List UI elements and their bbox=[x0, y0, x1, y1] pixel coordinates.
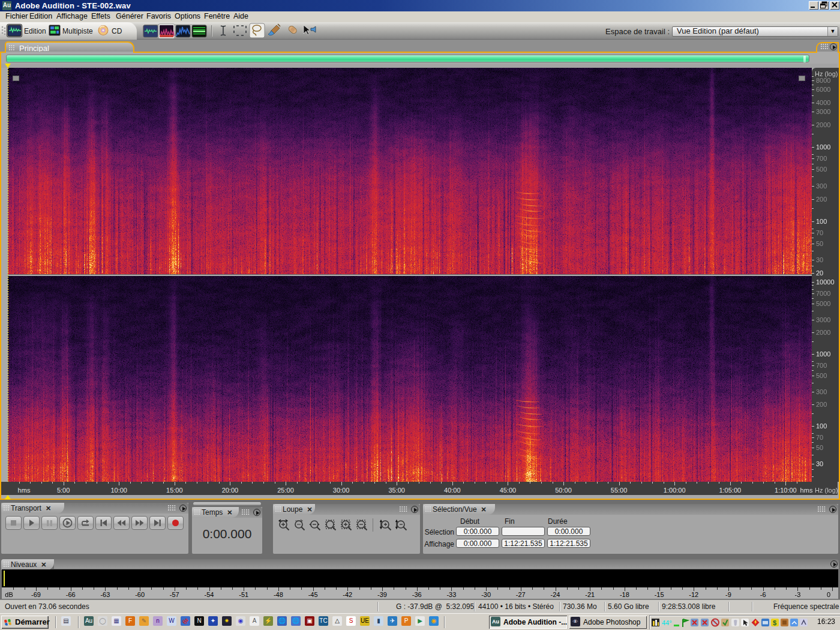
svg-text:$: $ bbox=[773, 619, 776, 626]
svg-text:44°: 44° bbox=[662, 619, 672, 626]
